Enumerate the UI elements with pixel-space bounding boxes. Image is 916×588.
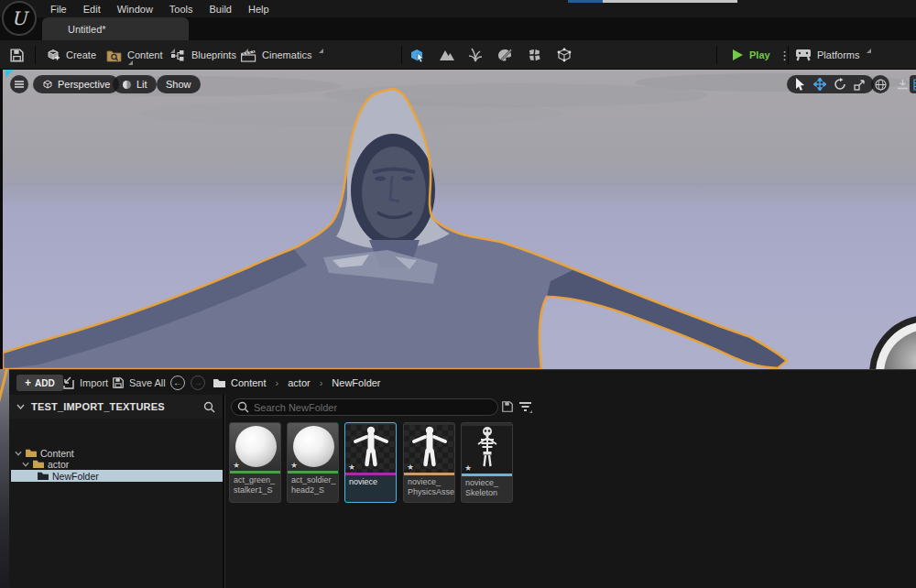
viewport-options-button[interactable] — [10, 75, 28, 93]
tab-untitled[interactable]: Untitled* — [42, 17, 189, 40]
tree-label-newfolder: NewFolder — [52, 471, 99, 482]
blueprints-icon — [170, 49, 186, 62]
menu-edit[interactable]: Edit — [75, 1, 109, 17]
lit-sphere-icon — [122, 80, 132, 90]
save-search-icon[interactable] — [501, 400, 514, 413]
search-icon — [237, 401, 249, 413]
skeleton-thumbnail: ★ — [462, 426, 512, 474]
snap-icon — [897, 79, 909, 91]
menu-build[interactable]: Build — [202, 1, 240, 17]
play-options-kebab[interactable]: ⋮ — [779, 40, 791, 70]
tpose-figure-icon — [411, 425, 448, 469]
unsaved-star-icon: ★ — [233, 461, 240, 470]
folder-open-icon — [32, 459, 45, 469]
unsaved-star-icon: ★ — [348, 463, 355, 472]
chevron-down-icon — [15, 451, 22, 456]
breadcrumb: Content › actor › NewFolder — [213, 370, 381, 395]
top-accent-light — [603, 0, 737, 3]
toolbar-separator-4 — [788, 46, 789, 64]
asset-tile-noviece-skeleton[interactable]: ★ noviece_Skeleton — [461, 422, 513, 503]
modeling-mode-button[interactable] — [556, 40, 572, 70]
top-accent-blue — [568, 0, 603, 3]
cinematics-button[interactable]: Cinematics — [240, 40, 322, 70]
create-label: Create — [66, 49, 96, 60]
perspective-dropdown[interactable]: Perspective — [33, 75, 119, 93]
asset-label: noviece_PhysicsAsset — [404, 475, 454, 500]
landscape-mode-button[interactable] — [439, 40, 455, 70]
tree-label-actor: actor — [48, 459, 69, 470]
breadcrumb-content[interactable]: Content — [231, 377, 267, 388]
save-icon — [9, 48, 25, 63]
select-tool-icon[interactable] — [795, 78, 806, 91]
lit-label: Lit — [136, 79, 147, 90]
search-icon[interactable] — [203, 401, 215, 413]
rotate-tool-icon[interactable] — [834, 78, 846, 91]
mesh-paint-mode-icon — [497, 48, 513, 62]
asset-tile-noviece-physicsasset[interactable]: ★ noviece_PhysicsAsset — [403, 422, 455, 503]
nav-forward-button[interactable]: → — [191, 370, 205, 395]
filter-icon[interactable] — [518, 401, 532, 413]
breadcrumb-newfolder[interactable]: NewFolder — [332, 377, 380, 388]
lit-dropdown[interactable]: Lit — [113, 75, 157, 93]
asset-tile-act-soldier-head2[interactable]: ★ act_soldier_head2_S — [287, 422, 339, 503]
hamburger-icon — [15, 81, 24, 88]
asset-label: noviece_Skeleton — [462, 476, 512, 501]
sources-panel-header[interactable]: TEST_IMPORT_TEXTURES — [9, 395, 223, 419]
fracture-mode-button[interactable] — [527, 40, 542, 70]
unreal-logo-icon: U — [2, 1, 37, 36]
cinematics-label: Cinematics — [262, 49, 311, 60]
cinematics-icon — [240, 49, 256, 62]
sources-panel-title: TEST_IMPORT_TEXTURES — [31, 401, 197, 412]
menu-file[interactable]: File — [42, 1, 75, 17]
search-input[interactable] — [231, 398, 498, 416]
platforms-label: Platforms — [817, 49, 859, 60]
import-button[interactable]: Import — [62, 370, 108, 395]
viewport-edge-strip — [0, 369, 9, 588]
tree-item-actor[interactable]: actor — [22, 458, 69, 470]
import-icon — [62, 376, 75, 389]
play-icon — [731, 49, 744, 61]
foliage-mode-button[interactable] — [468, 40, 483, 70]
blueprints-button[interactable]: Blueprints — [170, 40, 246, 70]
move-tool-icon[interactable] — [813, 78, 826, 91]
play-button[interactable]: Play — [731, 40, 770, 70]
asset-label: noviece — [345, 475, 396, 489]
add-button[interactable]: + ADD — [16, 375, 63, 391]
select-mode-button[interactable] — [409, 40, 426, 70]
folder-icon — [213, 377, 226, 388]
menu-window[interactable]: Window — [109, 1, 161, 17]
asset-label: act_green_stalker1_S — [230, 474, 280, 498]
asset-tile-act-green-stalker1[interactable]: ★ act_green_stalker1_S — [229, 422, 281, 503]
nav-back-button[interactable]: ← — [170, 370, 185, 395]
content-button[interactable]: Content — [106, 40, 173, 70]
physics-asset-thumbnail: ★ — [404, 425, 454, 473]
chevron-down-icon — [22, 462, 29, 467]
tpose-figure-icon — [353, 425, 389, 469]
scale-tool-icon[interactable] — [854, 79, 866, 91]
show-dropdown[interactable]: Show — [157, 75, 201, 93]
grid-snap-button[interactable] — [910, 75, 916, 93]
menu-help[interactable]: Help — [240, 1, 278, 17]
content-drawer: + ADD Import Save All ← → — [9, 369, 916, 588]
platforms-caret-icon — [867, 49, 871, 53]
surface-snapping-button[interactable] — [893, 75, 911, 93]
menu-tools[interactable]: Tools — [161, 1, 202, 17]
tree-item-newfolder[interactable]: NewFolder — [37, 470, 99, 482]
level-viewport[interactable]: Perspective Lit Show — [0, 70, 916, 369]
mesh-paint-mode-button[interactable] — [497, 40, 513, 70]
show-label: Show — [166, 79, 191, 90]
breadcrumb-sep-icon: › — [271, 377, 284, 388]
foliage-mode-icon — [468, 48, 483, 62]
asset-tile-noviece[interactable]: ★ noviece — [344, 422, 397, 503]
texture-thumbnail: ★ — [288, 423, 338, 471]
breadcrumb-actor[interactable]: actor — [288, 377, 310, 388]
chrome-sphere-mesh — [869, 315, 916, 369]
save-button[interactable] — [9, 40, 25, 70]
save-all-button[interactable]: Save All — [112, 370, 166, 395]
blueprints-label: Blueprints — [191, 49, 236, 60]
panel-divider[interactable] — [223, 395, 225, 588]
platforms-button[interactable]: Platforms — [795, 40, 869, 70]
tree-label-content: Content — [40, 448, 74, 459]
create-button[interactable]: Create — [46, 40, 96, 70]
world-coordinate-button[interactable] — [871, 75, 889, 93]
